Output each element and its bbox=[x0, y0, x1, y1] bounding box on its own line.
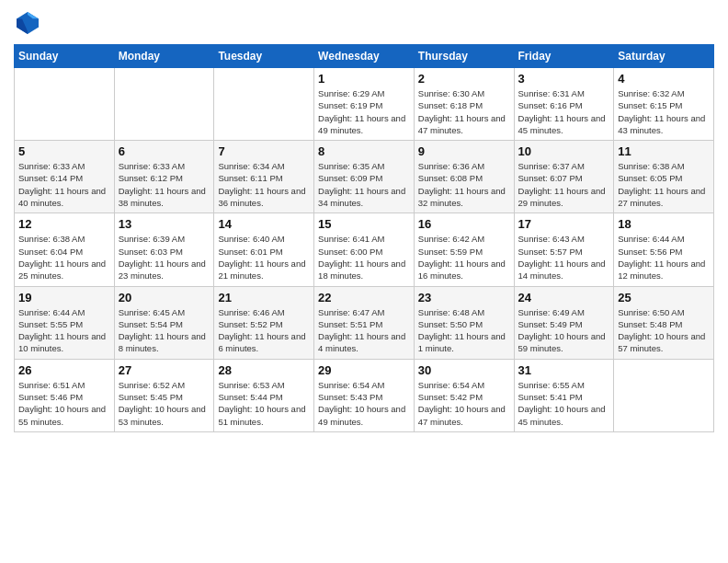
day-cell: 10Sunrise: 6:37 AM Sunset: 6:07 PM Dayli… bbox=[514, 141, 614, 213]
calendar-table: SundayMondayTuesdayWednesdayThursdayFrid… bbox=[14, 44, 714, 432]
day-info: Sunrise: 6:50 AM Sunset: 5:48 PM Dayligh… bbox=[618, 306, 710, 355]
day-info: Sunrise: 6:33 AM Sunset: 6:14 PM Dayligh… bbox=[18, 160, 110, 209]
weekday-header-tuesday: Tuesday bbox=[214, 45, 314, 68]
day-info: Sunrise: 6:51 AM Sunset: 5:46 PM Dayligh… bbox=[18, 379, 110, 428]
day-cell: 20Sunrise: 6:45 AM Sunset: 5:54 PM Dayli… bbox=[114, 286, 214, 359]
day-info: Sunrise: 6:44 AM Sunset: 5:56 PM Dayligh… bbox=[618, 233, 710, 282]
day-cell: 14Sunrise: 6:40 AM Sunset: 6:01 PM Dayli… bbox=[214, 213, 314, 286]
weekday-header-thursday: Thursday bbox=[414, 45, 514, 68]
day-cell: 21Sunrise: 6:46 AM Sunset: 5:52 PM Dayli… bbox=[214, 286, 314, 359]
day-info: Sunrise: 6:40 AM Sunset: 6:01 PM Dayligh… bbox=[218, 233, 310, 282]
day-info: Sunrise: 6:52 AM Sunset: 5:45 PM Dayligh… bbox=[119, 379, 210, 428]
day-number: 21 bbox=[218, 291, 310, 304]
day-number: 28 bbox=[218, 363, 310, 377]
day-info: Sunrise: 6:47 AM Sunset: 5:51 PM Dayligh… bbox=[318, 306, 410, 355]
day-number: 17 bbox=[518, 217, 610, 231]
day-info: Sunrise: 6:30 AM Sunset: 6:18 PM Dayligh… bbox=[418, 87, 510, 136]
day-info: Sunrise: 6:31 AM Sunset: 6:16 PM Dayligh… bbox=[518, 87, 610, 136]
day-cell: 15Sunrise: 6:41 AM Sunset: 6:00 PM Dayli… bbox=[314, 213, 415, 286]
day-number: 5 bbox=[18, 144, 110, 158]
day-number: 11 bbox=[618, 144, 710, 158]
day-info: Sunrise: 6:32 AM Sunset: 6:15 PM Dayligh… bbox=[618, 87, 710, 136]
day-cell: 6Sunrise: 6:33 AM Sunset: 6:12 PM Daylig… bbox=[114, 141, 214, 213]
weekday-header-monday: Monday bbox=[114, 45, 214, 68]
day-number: 22 bbox=[318, 291, 410, 304]
day-cell: 5Sunrise: 6:33 AM Sunset: 6:14 PM Daylig… bbox=[15, 141, 115, 213]
day-cell: 16Sunrise: 6:42 AM Sunset: 5:59 PM Dayli… bbox=[414, 213, 514, 286]
week-row-4: 26Sunrise: 6:51 AM Sunset: 5:46 PM Dayli… bbox=[15, 359, 714, 431]
day-number: 13 bbox=[119, 217, 210, 231]
day-cell: 13Sunrise: 6:39 AM Sunset: 6:03 PM Dayli… bbox=[114, 213, 214, 286]
day-number: 18 bbox=[618, 217, 710, 231]
weekday-header-sunday: Sunday bbox=[15, 45, 115, 68]
day-number: 27 bbox=[119, 363, 210, 377]
weekday-header-saturday: Saturday bbox=[614, 45, 714, 68]
day-cell bbox=[15, 68, 115, 141]
day-number: 3 bbox=[518, 72, 610, 86]
day-info: Sunrise: 6:37 AM Sunset: 6:07 PM Dayligh… bbox=[518, 160, 610, 209]
day-info: Sunrise: 6:48 AM Sunset: 5:50 PM Dayligh… bbox=[418, 306, 510, 355]
day-number: 26 bbox=[18, 363, 110, 377]
weekday-header-row: SundayMondayTuesdayWednesdayThursdayFrid… bbox=[15, 45, 714, 68]
day-number: 24 bbox=[518, 291, 610, 304]
day-cell: 22Sunrise: 6:47 AM Sunset: 5:51 PM Dayli… bbox=[314, 286, 415, 359]
svg-marker-2 bbox=[33, 19, 39, 28]
day-number: 1 bbox=[318, 72, 410, 86]
day-info: Sunrise: 6:54 AM Sunset: 5:43 PM Dayligh… bbox=[318, 379, 410, 428]
page: SundayMondayTuesdayWednesdayThursdayFrid… bbox=[0, 0, 728, 563]
day-cell: 8Sunrise: 6:35 AM Sunset: 6:09 PM Daylig… bbox=[314, 141, 415, 213]
day-number: 9 bbox=[418, 144, 510, 158]
day-number: 10 bbox=[518, 144, 610, 158]
week-row-1: 5Sunrise: 6:33 AM Sunset: 6:14 PM Daylig… bbox=[15, 141, 714, 213]
day-cell: 27Sunrise: 6:52 AM Sunset: 5:45 PM Dayli… bbox=[114, 359, 214, 431]
day-cell: 12Sunrise: 6:38 AM Sunset: 6:04 PM Dayli… bbox=[15, 213, 115, 286]
weekday-header-wednesday: Wednesday bbox=[314, 45, 415, 68]
day-cell: 28Sunrise: 6:53 AM Sunset: 5:44 PM Dayli… bbox=[214, 359, 314, 431]
day-cell: 19Sunrise: 6:44 AM Sunset: 5:55 PM Dayli… bbox=[15, 286, 115, 359]
weekday-header-friday: Friday bbox=[514, 45, 614, 68]
day-cell: 9Sunrise: 6:36 AM Sunset: 6:08 PM Daylig… bbox=[414, 141, 514, 213]
day-cell: 25Sunrise: 6:50 AM Sunset: 5:48 PM Dayli… bbox=[614, 286, 714, 359]
day-number: 14 bbox=[218, 217, 310, 231]
day-number: 30 bbox=[418, 363, 510, 377]
day-number: 19 bbox=[18, 291, 110, 304]
header bbox=[14, 9, 714, 37]
day-number: 6 bbox=[119, 144, 210, 158]
day-cell: 4Sunrise: 6:32 AM Sunset: 6:15 PM Daylig… bbox=[614, 68, 714, 141]
day-info: Sunrise: 6:41 AM Sunset: 6:00 PM Dayligh… bbox=[318, 233, 410, 282]
day-number: 7 bbox=[218, 144, 310, 158]
day-cell: 3Sunrise: 6:31 AM Sunset: 6:16 PM Daylig… bbox=[514, 68, 614, 141]
day-info: Sunrise: 6:54 AM Sunset: 5:42 PM Dayligh… bbox=[418, 379, 510, 428]
day-cell: 11Sunrise: 6:38 AM Sunset: 6:05 PM Dayli… bbox=[614, 141, 714, 213]
day-cell bbox=[614, 359, 714, 431]
day-info: Sunrise: 6:44 AM Sunset: 5:55 PM Dayligh… bbox=[18, 306, 110, 355]
day-info: Sunrise: 6:34 AM Sunset: 6:11 PM Dayligh… bbox=[218, 160, 310, 209]
week-row-0: 1Sunrise: 6:29 AM Sunset: 6:19 PM Daylig… bbox=[15, 68, 714, 141]
day-number: 20 bbox=[119, 291, 210, 304]
day-number: 8 bbox=[318, 144, 410, 158]
day-info: Sunrise: 6:43 AM Sunset: 5:57 PM Dayligh… bbox=[518, 233, 610, 282]
day-cell: 18Sunrise: 6:44 AM Sunset: 5:56 PM Dayli… bbox=[614, 213, 714, 286]
logo bbox=[14, 9, 45, 37]
day-info: Sunrise: 6:29 AM Sunset: 6:19 PM Dayligh… bbox=[318, 87, 410, 136]
day-cell: 7Sunrise: 6:34 AM Sunset: 6:11 PM Daylig… bbox=[214, 141, 314, 213]
day-cell: 17Sunrise: 6:43 AM Sunset: 5:57 PM Dayli… bbox=[514, 213, 614, 286]
day-number: 16 bbox=[418, 217, 510, 231]
day-cell: 29Sunrise: 6:54 AM Sunset: 5:43 PM Dayli… bbox=[314, 359, 415, 431]
week-row-3: 19Sunrise: 6:44 AM Sunset: 5:55 PM Dayli… bbox=[15, 286, 714, 359]
day-number: 31 bbox=[518, 363, 610, 377]
day-info: Sunrise: 6:39 AM Sunset: 6:03 PM Dayligh… bbox=[119, 233, 210, 282]
day-info: Sunrise: 6:36 AM Sunset: 6:08 PM Dayligh… bbox=[418, 160, 510, 209]
day-info: Sunrise: 6:38 AM Sunset: 6:04 PM Dayligh… bbox=[18, 233, 110, 282]
day-info: Sunrise: 6:33 AM Sunset: 6:12 PM Dayligh… bbox=[119, 160, 210, 209]
day-number: 15 bbox=[318, 217, 410, 231]
day-info: Sunrise: 6:55 AM Sunset: 5:41 PM Dayligh… bbox=[518, 379, 610, 428]
day-cell: 26Sunrise: 6:51 AM Sunset: 5:46 PM Dayli… bbox=[15, 359, 115, 431]
day-info: Sunrise: 6:46 AM Sunset: 5:52 PM Dayligh… bbox=[218, 306, 310, 355]
day-info: Sunrise: 6:42 AM Sunset: 5:59 PM Dayligh… bbox=[418, 233, 510, 282]
day-info: Sunrise: 6:38 AM Sunset: 6:05 PM Dayligh… bbox=[618, 160, 710, 209]
day-number: 25 bbox=[618, 291, 710, 304]
day-cell: 1Sunrise: 6:29 AM Sunset: 6:19 PM Daylig… bbox=[314, 68, 415, 141]
day-cell: 23Sunrise: 6:48 AM Sunset: 5:50 PM Dayli… bbox=[414, 286, 514, 359]
day-number: 4 bbox=[618, 72, 710, 86]
